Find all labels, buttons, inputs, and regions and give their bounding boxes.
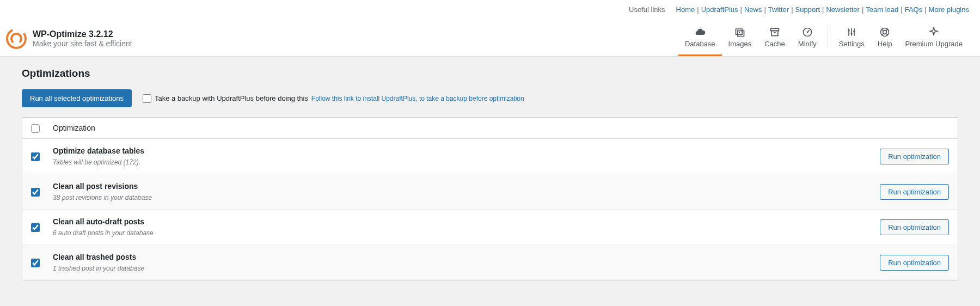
- svg-point-4: [739, 32, 740, 34]
- optimization-action: Run optimization: [871, 219, 949, 235]
- images-icon: [733, 26, 746, 39]
- nav-label-cache: Cache: [764, 40, 785, 48]
- nav-settings[interactable]: Settings: [832, 21, 871, 56]
- run-optimization-button[interactable]: Run optimization: [880, 219, 949, 235]
- nav-premium-upgrade[interactable]: Premium Upgrade: [899, 21, 970, 56]
- optimization-info: Clean all post revisions38 post revision…: [53, 182, 871, 201]
- optimization-subtext: 38 post revisions in your database: [53, 194, 871, 201]
- checkbox-cell: [31, 222, 53, 232]
- lifebuoy-icon: [878, 26, 891, 39]
- useful-link[interactable]: Team lead: [866, 5, 898, 14]
- sparkle-icon: [927, 26, 940, 39]
- logo-title: WP-Optimize 3.2.12: [33, 29, 132, 39]
- link-separator: |: [924, 5, 926, 14]
- svg-rect-3: [738, 31, 744, 36]
- nav-label-premium: Premium Upgrade: [905, 40, 963, 48]
- nav-label-help: Help: [878, 40, 892, 48]
- useful-link[interactable]: Home: [676, 5, 695, 14]
- useful-link[interactable]: Twitter: [768, 5, 789, 14]
- useful-link[interactable]: UpdraftPlus: [701, 5, 738, 14]
- nav-label-minify: Minify: [798, 40, 817, 48]
- optimization-title: Clean all trashed posts: [53, 253, 871, 261]
- optimization-checkbox[interactable]: [31, 188, 40, 197]
- backup-install-link[interactable]: Follow this link to install UpdraftPlus,…: [311, 95, 524, 102]
- useful-links-list: Home|UpdraftPlus|News|Twitter|Support|Ne…: [676, 5, 969, 14]
- optimization-info: Optimize database tablesTables will be o…: [53, 146, 871, 166]
- optimization-info: Clean all trashed posts1 trashed post in…: [53, 253, 871, 272]
- svg-rect-14: [848, 30, 850, 32]
- nav-database[interactable]: Database: [678, 21, 722, 56]
- optimization-info: Clean all auto-draft posts6 auto draft p…: [53, 217, 871, 237]
- nav-images[interactable]: Images: [722, 21, 758, 56]
- optimization-checkbox[interactable]: [31, 223, 40, 232]
- checkbox-cell: [31, 151, 53, 161]
- wp-optimize-logo-icon: [5, 28, 27, 50]
- logo-text: WP-Optimize 3.2.12 Make your site fast &…: [33, 29, 132, 48]
- top-useful-links-bar: Useful links Home|UpdraftPlus|News|Twitt…: [0, 0, 980, 16]
- optimization-action: Run optimization: [871, 149, 949, 164]
- run-all-button[interactable]: Run all selected optimizations: [22, 89, 132, 107]
- link-separator: |: [901, 5, 902, 14]
- link-separator: |: [740, 5, 742, 14]
- optimization-subtext: 1 trashed post in your database: [53, 265, 871, 272]
- svg-line-19: [881, 29, 883, 30]
- useful-link[interactable]: More plugins: [929, 5, 969, 14]
- checkbox-cell: [31, 187, 53, 197]
- svg-point-10: [807, 32, 808, 33]
- optimization-checkbox[interactable]: [31, 152, 40, 161]
- backup-option: Take a backup with UpdraftPlus before do…: [143, 94, 524, 103]
- svg-point-1: [9, 32, 23, 45]
- optimization-checkbox[interactable]: [31, 259, 40, 267]
- useful-link[interactable]: News: [744, 5, 762, 14]
- logo-subtitle: Make your site fast & efficient: [33, 39, 132, 48]
- optimization-subtext: 6 auto draft posts in your database: [53, 229, 871, 237]
- svg-rect-6: [771, 31, 778, 36]
- optimization-row: Clean all auto-draft posts6 auto draft p…: [22, 210, 958, 245]
- svg-point-0: [5, 28, 27, 50]
- main-navigation: Database Images Cache Minify Settings: [678, 21, 969, 56]
- archive-icon: [768, 26, 781, 39]
- nav-label-images: Images: [728, 40, 752, 48]
- optimization-title: Clean all auto-draft posts: [53, 217, 871, 226]
- run-optimization-button[interactable]: Run optimization: [880, 149, 949, 164]
- main-content: Optimizations Run all selected optimizat…: [0, 57, 980, 291]
- select-all-checkbox[interactable]: [31, 124, 40, 133]
- checkbox-cell: [31, 258, 53, 267]
- useful-link[interactable]: Support: [795, 5, 820, 14]
- link-separator: |: [791, 5, 793, 14]
- optimization-row: Clean all post revisions38 post revision…: [22, 174, 958, 210]
- backup-label: Take a backup with UpdraftPlus before do…: [155, 94, 308, 102]
- optimization-column-header: Optimization: [53, 124, 95, 132]
- run-optimization-button[interactable]: Run optimization: [880, 255, 949, 271]
- svg-line-20: [886, 34, 888, 35]
- backup-checkbox[interactable]: [143, 94, 151, 103]
- svg-point-18: [883, 30, 887, 34]
- table-header: Optimization: [22, 118, 958, 139]
- run-optimization-button[interactable]: Run optimization: [880, 184, 949, 200]
- logo-block: WP-Optimize 3.2.12 Make your site fast &…: [5, 28, 132, 50]
- useful-link[interactable]: FAQs: [905, 5, 923, 14]
- svg-line-21: [881, 34, 883, 35]
- nav-divider: [828, 26, 828, 47]
- link-separator: |: [822, 5, 824, 14]
- optimizations-table: Optimization Optimize database tablesTab…: [22, 117, 958, 280]
- useful-link[interactable]: Newsletter: [826, 5, 859, 14]
- svg-line-22: [886, 29, 888, 30]
- svg-rect-2: [736, 29, 742, 34]
- optimization-title: Optimize database tables: [53, 146, 871, 155]
- svg-rect-15: [851, 33, 853, 35]
- page-title: Optimizations: [22, 68, 958, 79]
- optimization-row: Optimize database tablesTables will be o…: [22, 139, 958, 174]
- svg-rect-16: [854, 31, 855, 33]
- nav-label-database: Database: [685, 40, 715, 48]
- nav-minify[interactable]: Minify: [792, 21, 823, 56]
- select-all-cell: [31, 123, 53, 133]
- controls-row: Run all selected optimizations Take a ba…: [22, 89, 958, 107]
- nav-help[interactable]: Help: [871, 21, 899, 56]
- gauge-icon: [801, 26, 814, 39]
- optimizations-rows: Optimize database tablesTables will be o…: [22, 139, 958, 280]
- link-separator: |: [697, 5, 699, 14]
- nav-cache[interactable]: Cache: [758, 21, 792, 56]
- plugin-header: WP-Optimize 3.2.12 Make your site fast &…: [0, 16, 980, 57]
- sliders-icon: [845, 26, 858, 39]
